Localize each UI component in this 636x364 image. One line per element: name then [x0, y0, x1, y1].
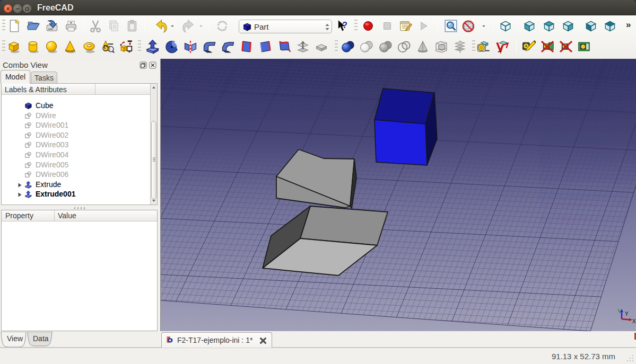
svg-text:Y: Y — [625, 311, 629, 317]
svg-text:X: X — [632, 318, 636, 324]
svg-text:?: ? — [342, 20, 347, 30]
svg-text:View: View — [7, 334, 23, 343]
svg-text:Data: Data — [33, 334, 49, 343]
